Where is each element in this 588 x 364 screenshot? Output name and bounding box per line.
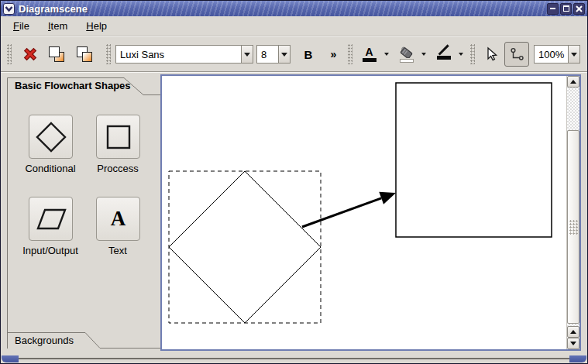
input-output-shape-button[interactable]	[29, 197, 73, 241]
font-size-dropdown[interactable]	[278, 46, 290, 63]
minimize-button[interactable]	[547, 3, 559, 15]
text-color-letter-icon: A	[365, 46, 373, 57]
window-bottom-border	[2, 358, 586, 359]
send-to-back-icon	[76, 46, 93, 63]
chevron-down-icon	[5, 5, 13, 12]
fill-color-group	[394, 42, 428, 67]
send-to-back-button[interactable]	[74, 42, 95, 67]
paint-bucket-icon	[399, 46, 414, 58]
font-combo[interactable]: Luxi Sans	[115, 45, 253, 64]
toolbar-handle[interactable]	[348, 44, 352, 64]
text-color-button[interactable]: A	[357, 42, 381, 67]
conditional-item[interactable]	[169, 171, 321, 323]
titlebar: Diagramscene	[1, 1, 587, 16]
scroll-down-button[interactable]	[567, 338, 579, 349]
bold-button[interactable]: B	[298, 42, 318, 67]
toolbar: Luxi Sans 8 B » A	[1, 37, 587, 72]
menu-file[interactable]: File	[11, 19, 32, 33]
cursor-arrow-icon	[484, 46, 498, 62]
resize-corner-right[interactable]	[569, 355, 586, 362]
delete-button[interactable]	[19, 42, 41, 67]
chevron-down-icon	[281, 53, 287, 57]
scroll-up-button[interactable]	[567, 76, 579, 88]
maximize-button[interactable]	[560, 3, 572, 15]
fill-color-button[interactable]	[394, 42, 418, 67]
zoom-combo[interactable]: 100%	[534, 45, 580, 64]
minimize-icon	[550, 8, 555, 9]
shape-label-process: Proccess	[79, 163, 156, 174]
arrow-head[interactable]	[379, 192, 396, 204]
chevron-down-icon	[421, 53, 426, 56]
arrow-up-icon	[570, 330, 576, 334]
letter-a-icon: A	[111, 208, 126, 229]
window-title: Diagramscene	[19, 3, 545, 15]
fill-color-dropdown[interactable]	[418, 42, 428, 67]
menubar: File Item Help	[1, 16, 587, 36]
square-shape-icon	[102, 121, 135, 153]
font-combo-value[interactable]: Luxi Sans	[116, 46, 241, 63]
toolbox-tab-backgrounds[interactable]: Backgrounds	[15, 335, 74, 346]
conditional-shape-button[interactable]	[29, 115, 73, 159]
line-color-swatch	[437, 56, 451, 60]
zoom-value[interactable]: 100%	[535, 46, 568, 63]
font-size-value[interactable]: 8	[257, 46, 278, 63]
font-combo-dropdown[interactable]	[241, 46, 253, 63]
text-color-dropdown[interactable]	[381, 42, 391, 67]
pointer-tool-button[interactable]	[481, 42, 501, 67]
text-color-group: A	[357, 42, 391, 67]
overflow-chevrons-icon: »	[331, 48, 338, 60]
shape-label-conditional: Conditional	[12, 163, 89, 174]
menu-help[interactable]: Help	[84, 19, 109, 33]
connector-line-icon	[509, 46, 524, 62]
resize-corner-left[interactable]	[2, 355, 19, 362]
scroll-up-button-bottom[interactable]	[567, 326, 579, 338]
shape-label-input-output: Input/Output	[12, 245, 89, 256]
chevron-down-icon	[571, 53, 577, 57]
shape-label-text: Text	[79, 245, 156, 256]
toolbox-tab-basic-flowchart-shapes[interactable]: Basic Flowchart Shapes	[15, 80, 131, 91]
close-button[interactable]	[573, 3, 585, 15]
line-color-dropdown[interactable]	[456, 42, 466, 67]
app-window: Diagramscene File Item Help	[0, 0, 588, 364]
bring-to-front-icon	[48, 46, 65, 63]
chevron-down-icon	[244, 53, 250, 57]
parallelogram-shape-icon	[34, 203, 68, 235]
diagonal-line-icon	[438, 45, 449, 56]
arrow-up-icon	[570, 80, 576, 84]
process-shape-button[interactable]	[96, 115, 140, 159]
close-icon	[576, 5, 583, 12]
maximize-icon	[563, 5, 569, 12]
arrow-down-icon	[570, 342, 576, 345]
fill-color-swatch	[400, 59, 414, 63]
chevron-down-icon	[384, 53, 389, 56]
process-item[interactable]	[396, 83, 552, 237]
font-size-combo[interactable]: 8	[256, 45, 291, 64]
thumb-grip-icon	[569, 220, 578, 235]
toolbar-overflow-button[interactable]: »	[326, 42, 342, 67]
text-shape-button[interactable]: A	[96, 197, 140, 241]
delete-x-icon	[22, 46, 39, 63]
vertical-scrollbar[interactable]	[566, 76, 579, 349]
diamond-shape-icon	[35, 121, 67, 153]
bring-to-front-button[interactable]	[46, 42, 67, 67]
scrollbar-thumb[interactable]	[567, 130, 579, 324]
line-color-group	[432, 42, 466, 67]
diagram-scene	[162, 76, 566, 349]
window-menu-icon[interactable]	[3, 3, 15, 15]
menu-item[interactable]: Item	[46, 19, 70, 33]
toolbar-handle[interactable]	[470, 44, 475, 64]
toolbar-handle[interactable]	[7, 44, 12, 64]
graphics-view	[160, 74, 581, 351]
zoom-dropdown[interactable]	[568, 46, 579, 63]
line-connector-tool-button[interactable]	[504, 42, 529, 67]
text-color-swatch	[363, 58, 377, 62]
bold-icon: B	[304, 48, 313, 61]
arrow-shaft[interactable]	[302, 198, 381, 227]
diagram-canvas[interactable]	[162, 76, 566, 349]
toolbar-handle[interactable]	[106, 44, 111, 64]
chevron-down-icon	[459, 53, 463, 56]
line-color-button[interactable]	[432, 42, 456, 67]
